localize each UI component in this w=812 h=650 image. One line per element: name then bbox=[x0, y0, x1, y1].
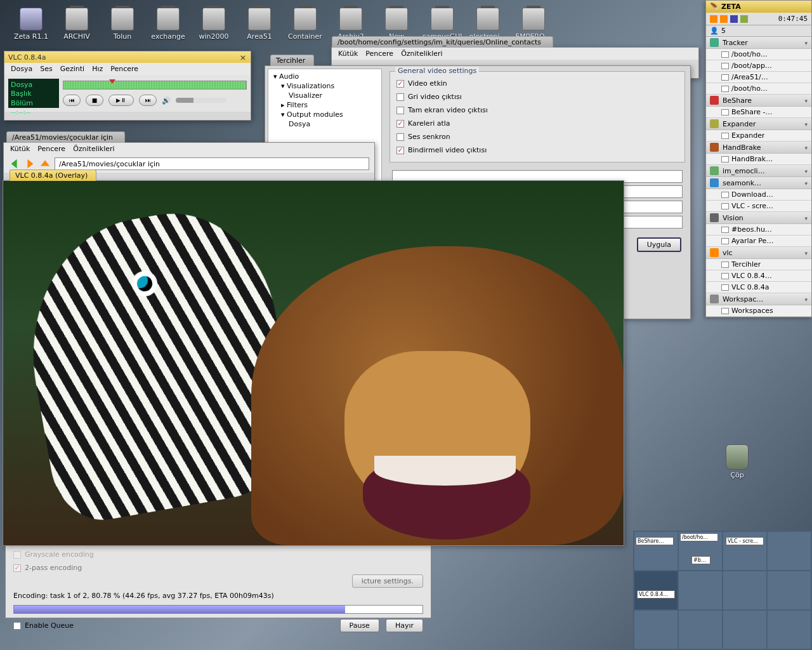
deskbar-window-item[interactable]: Download… bbox=[706, 189, 811, 201]
deskbar-window-item[interactable]: HandBrak… bbox=[706, 154, 811, 165]
pause-button[interactable]: Pause bbox=[340, 619, 379, 632]
desktop-icon-archiv[interactable]: ARCHIV bbox=[55, 8, 99, 41]
checkbox-tam-ekran-video-kt-s-[interactable]: Tam ekran video çıktısı bbox=[396, 103, 678, 117]
tree-dosya[interactable]: Dosya bbox=[271, 119, 379, 129]
seek-marker[interactable] bbox=[109, 79, 115, 84]
tree-output-modules[interactable]: ▾ Output modules bbox=[271, 110, 379, 119]
checkbox-ses-senkron[interactable]: Ses senkron bbox=[396, 130, 678, 143]
deskbar-app-vision[interactable]: Vision bbox=[706, 212, 811, 224]
tray-icon[interactable] bbox=[740, 15, 748, 23]
menu-oznitelik[interactable]: Öznitelikleri bbox=[401, 50, 442, 58]
up-icon[interactable] bbox=[39, 158, 51, 169]
tray-icon[interactable] bbox=[710, 15, 717, 23]
workspace-cell[interactable] bbox=[723, 571, 766, 609]
workspace-cell[interactable] bbox=[723, 611, 766, 649]
grayscale-checkbox[interactable]: Grayscale encoding bbox=[13, 548, 423, 561]
seek-bar[interactable] bbox=[63, 81, 247, 90]
deskbar-window-item[interactable]: Ayarlar Pe… bbox=[706, 235, 811, 247]
path-input[interactable] bbox=[55, 157, 369, 170]
expand-icon[interactable] bbox=[804, 179, 808, 187]
menu-pencere[interactable]: Pencere bbox=[110, 65, 138, 73]
deskbar-window-item[interactable]: VLC 0.8.4… bbox=[706, 270, 811, 282]
tab-online-contacts[interactable]: /boot/home/config/settings/im_kit/querie… bbox=[332, 36, 553, 48]
menu-pencere[interactable]: Pencere bbox=[37, 145, 65, 153]
desktop-icon-exchange[interactable]: exchange bbox=[146, 8, 190, 41]
workspace-indicator[interactable]: 👤 5 bbox=[706, 25, 811, 37]
expand-icon[interactable] bbox=[804, 39, 808, 47]
menu-hiz[interactable]: Hız bbox=[92, 65, 103, 73]
deskbar-window-item[interactable]: /boot/ho… bbox=[706, 49, 811, 60]
deskbar-app-expander[interactable]: Expander bbox=[706, 118, 811, 130]
stop-button[interactable]: ■ bbox=[86, 95, 103, 106]
expand-icon[interactable] bbox=[804, 120, 808, 128]
window-vlc-overlay[interactable]: VLC 0.8.4a (Overlay) bbox=[3, 180, 624, 546]
desktop-icon-win2000[interactable]: win2000 bbox=[192, 8, 236, 41]
checkbox-gri-video-kt-s-[interactable]: Gri video çıktısı bbox=[396, 90, 678, 103]
deskbar-window-item[interactable]: /boot/ho… bbox=[706, 83, 811, 95]
deskbar-window-item[interactable]: #beos.hu… bbox=[706, 224, 811, 235]
deskbar-app-beshare[interactable]: BeShare bbox=[706, 95, 811, 107]
deskbar-window-item[interactable]: Workspaces bbox=[706, 305, 811, 317]
menu-pencere[interactable]: Pencere bbox=[365, 50, 393, 58]
deskbar-window-item[interactable]: BeShare -… bbox=[706, 107, 811, 118]
menu-oznitelik[interactable]: Öznitelikleri bbox=[73, 145, 114, 153]
deskbar-window-item[interactable]: /boot/app… bbox=[706, 60, 811, 72]
deskbar-window-item[interactable]: /Area51/… bbox=[706, 72, 811, 83]
trash-icon[interactable]: Çöp bbox=[726, 444, 749, 479]
menu-kutuk[interactable]: Kütük bbox=[10, 145, 30, 153]
expand-icon[interactable] bbox=[804, 214, 808, 222]
workspace-cell[interactable]: VLC - scre… bbox=[723, 532, 766, 570]
menu-dosya[interactable]: Dosya bbox=[11, 65, 32, 73]
checkbox-kareleri-atla[interactable]: Kareleri atla bbox=[396, 117, 678, 130]
back-icon[interactable] bbox=[9, 158, 20, 169]
cancel-button[interactable]: Hayır bbox=[386, 619, 423, 632]
workspace-cell[interactable]: /boot/ho…#b… bbox=[679, 532, 722, 570]
deskbar-app-workspac-[interactable]: Workspac… bbox=[706, 293, 811, 305]
tray-icon[interactable] bbox=[720, 15, 728, 23]
deskbar-app-handbrake[interactable]: HandBrake bbox=[706, 142, 811, 154]
workspace-cell[interactable] bbox=[768, 611, 811, 649]
desktop-icon-container[interactable]: Container bbox=[283, 8, 327, 41]
twopass-checkbox[interactable]: 2-pass encoding bbox=[13, 561, 423, 574]
picture-settings-button[interactable]: icture settings. bbox=[352, 574, 423, 588]
tree-visualizations[interactable]: ▾ Visualizations bbox=[271, 81, 379, 91]
workspace-cell[interactable] bbox=[634, 611, 678, 649]
expand-icon[interactable] bbox=[804, 96, 808, 105]
tray-icon[interactable] bbox=[730, 15, 738, 23]
expand-icon[interactable] bbox=[804, 167, 808, 175]
enable-queue-checkbox[interactable]: Enable Queue bbox=[13, 619, 74, 632]
desktop-icon-area51[interactable]: Area51 bbox=[237, 8, 282, 41]
deskbar-window-item[interactable]: Tercihler bbox=[706, 259, 811, 270]
play-pause-button[interactable]: ▶⏸ bbox=[108, 95, 134, 106]
workspace-cell[interactable]: BeShare… bbox=[634, 532, 678, 570]
window-handbrake[interactable]: Grayscale encoding 2-pass encoding ictur… bbox=[5, 542, 431, 618]
prev-button[interactable]: ⏮ bbox=[63, 95, 81, 106]
desktop-icon-tolun[interactable]: Tolun bbox=[100, 8, 145, 41]
deskbar-window-item[interactable]: VLC - scre… bbox=[706, 201, 811, 212]
expand-icon[interactable] bbox=[804, 143, 808, 152]
close-icon[interactable] bbox=[239, 53, 247, 61]
forward-icon[interactable] bbox=[24, 158, 36, 169]
workspace-cell[interactable] bbox=[679, 571, 722, 609]
volume-slider[interactable] bbox=[176, 98, 226, 103]
workspace-cell[interactable] bbox=[768, 571, 811, 609]
workspace-cell[interactable] bbox=[679, 611, 722, 649]
deskbar-app-tracker[interactable]: Tracker bbox=[706, 37, 811, 49]
tab-tracker[interactable]: /Area51/movies/çocuklar için bbox=[6, 131, 125, 143]
zeta-menu[interactable]: 🪶 ZETA bbox=[706, 1, 811, 13]
tree-audio[interactable]: ▾ Audio bbox=[271, 72, 379, 81]
workspace-cell[interactable] bbox=[768, 532, 811, 570]
next-button[interactable]: ⏭ bbox=[139, 95, 157, 106]
tab-overlay[interactable]: VLC 0.8.4a (Overlay) bbox=[10, 169, 96, 181]
deskbar-app-seamonk-[interactable]: seamonk… bbox=[706, 177, 811, 189]
checkbox-video-etkin[interactable]: Video etkin bbox=[396, 77, 678, 90]
deskbar-window-item[interactable]: VLC 0.8.4a bbox=[706, 282, 811, 293]
workspaces-panel[interactable]: BeShare…/boot/ho…#b…VLC - scre…VLC 0.8.4… bbox=[633, 531, 812, 650]
expand-icon[interactable] bbox=[804, 249, 808, 257]
deskbar-app-vlc[interactable]: vlc bbox=[706, 247, 811, 259]
deskbar-app-im-emocli-[interactable]: im_emocli… bbox=[706, 165, 811, 177]
menu-gezinti[interactable]: Gezinti bbox=[60, 65, 84, 73]
checkbox-bindirmeli-video-kt-s-[interactable]: Bindirmeli video çıktısı bbox=[396, 143, 678, 157]
workspace-cell[interactable]: VLC 0.8.4… bbox=[634, 571, 678, 609]
titlebar-vlc[interactable]: VLC 0.8.4a bbox=[4, 51, 251, 63]
